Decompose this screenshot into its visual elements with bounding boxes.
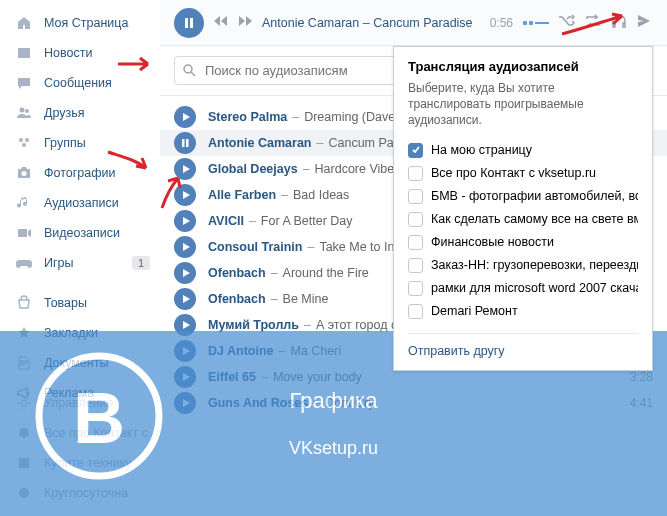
sidebar-item-my-page[interactable]: Моя Страница <box>0 8 160 38</box>
shuffle-icon[interactable] <box>559 14 575 31</box>
popup-title: Трансляция аудиозаписей <box>408 59 638 74</box>
track-play-button[interactable] <box>174 262 196 284</box>
checkbox-icon[interactable] <box>408 258 423 273</box>
option-label: На мою страницу <box>431 143 532 157</box>
track-play-button[interactable] <box>174 392 196 414</box>
broadcast-icon[interactable] <box>637 14 653 31</box>
svg-point-6 <box>21 400 27 406</box>
track-play-button[interactable] <box>174 340 196 362</box>
checkbox-icon[interactable] <box>408 235 423 250</box>
group-icon <box>14 423 34 443</box>
checkbox-icon[interactable] <box>408 143 423 158</box>
option-label: рамки для microsoft word 2007 скачать <box>431 281 638 295</box>
sidebar-item-faded[interactable]: Все про Контакт c <box>0 418 160 448</box>
track-duration: 4:41 <box>630 396 653 410</box>
track-artist: Stereo Palma <box>208 110 287 124</box>
sidebar-item-label: Купите технику <box>44 456 150 470</box>
headphones-icon[interactable] <box>611 14 627 31</box>
checkbox-icon[interactable] <box>408 166 423 181</box>
sidebar-item-faded[interactable]: Купите технику <box>0 448 160 478</box>
sidebar-item-friends[interactable]: Друзья <box>0 98 160 128</box>
group-icon <box>14 453 34 473</box>
games-icon <box>14 253 34 273</box>
gear-icon <box>14 393 34 413</box>
sidebar-item-market[interactable]: Товары <box>0 288 160 318</box>
broadcast-option[interactable]: Demari Ремонт <box>408 300 638 323</box>
track-play-button[interactable] <box>174 184 196 206</box>
svg-point-4 <box>22 143 26 147</box>
track-play-button[interactable] <box>174 288 196 310</box>
checkbox-icon[interactable] <box>408 189 423 204</box>
track-artist: Мумий Тролль <box>208 318 299 332</box>
track-play-button[interactable] <box>174 106 196 128</box>
broadcast-option[interactable]: Заказ-НН: грузоперевозки, переезды, ... <box>408 254 638 277</box>
sidebar-item-label: Документы <box>44 356 150 370</box>
sidebar-item-groups[interactable]: Группы <box>0 128 160 158</box>
sidebar-item-bookmarks[interactable]: Закладки <box>0 318 160 348</box>
svg-point-3 <box>25 138 29 142</box>
sidebar-item-faded[interactable]: Круглосуточна <box>0 478 160 508</box>
track-play-button[interactable] <box>174 132 196 154</box>
sidebar: Моя Страница Новости Сообщения Друзья Гр… <box>0 0 160 516</box>
search-icon <box>182 63 196 80</box>
broadcast-option[interactable]: рамки для microsoft word 2007 скачать <box>408 277 638 300</box>
popup-send-friend-link[interactable]: Отправить другу <box>408 333 638 358</box>
track-artist: Antonie Camaran <box>208 136 312 150</box>
svg-rect-11 <box>190 18 193 28</box>
sidebar-item-photos[interactable]: Фотографии <box>0 158 160 188</box>
sidebar-item-games[interactable]: Игры1 <box>0 248 160 278</box>
checkbox-icon[interactable] <box>408 304 423 319</box>
sidebar-item-label: Все про Контакт c <box>44 426 150 440</box>
track-artist: Guns And Roses <box>208 396 308 410</box>
now-playing-artist: Antonie Camaran <box>262 16 359 30</box>
broadcast-option[interactable]: На мою страницу <box>408 139 638 162</box>
option-label: Заказ-НН: грузоперевозки, переезды, ... <box>431 258 638 272</box>
track-info: Guns And Roses–Dont Cry <box>208 396 630 410</box>
repeat-icon[interactable] <box>585 14 601 31</box>
track-play-button[interactable] <box>174 314 196 336</box>
track-play-button[interactable] <box>174 366 196 388</box>
checkbox-icon[interactable] <box>408 212 423 227</box>
track-row[interactable]: Guns And Roses–Dont Cry4:41 <box>160 390 667 416</box>
broadcast-option[interactable]: Финансовые новости <box>408 231 638 254</box>
checkbox-icon[interactable] <box>408 281 423 296</box>
sidebar-item-manage[interactable]: Управление <box>0 388 160 418</box>
player-time: 0:56 <box>490 16 513 30</box>
friends-icon <box>14 103 34 123</box>
sidebar-item-docs[interactable]: Документы <box>0 348 160 378</box>
broadcast-option[interactable]: БМВ - фотографии автомобилей, все п... <box>408 185 638 208</box>
track-play-button[interactable] <box>174 236 196 258</box>
broadcast-popup: Трансляция аудиозаписей Выберите, куда В… <box>393 46 653 371</box>
sidebar-item-audio[interactable]: Аудиозаписи <box>0 188 160 218</box>
sidebar-item-news[interactable]: Новости <box>0 38 160 68</box>
svg-point-0 <box>20 108 25 113</box>
sidebar-item-video[interactable]: Видеозаписи <box>0 218 160 248</box>
message-icon <box>14 73 34 93</box>
track-title: Dont Cry <box>325 396 374 410</box>
broadcast-option[interactable]: Все про Контакт c vksetup.ru <box>408 162 638 185</box>
track-title: Ma Cheri <box>290 344 341 358</box>
sidebar-item-label: Группы <box>44 136 150 150</box>
sidebar-item-label: Закладки <box>44 326 150 340</box>
scrobble-indicator[interactable] <box>523 21 549 25</box>
svg-point-1 <box>25 109 29 113</box>
sidebar-item-messages[interactable]: Сообщения <box>0 68 160 98</box>
broadcast-option[interactable]: Как сделать самому все на свете вме... <box>408 208 638 231</box>
sidebar-item-label: Новости <box>44 46 150 60</box>
sidebar-item-label: Круглосуточна <box>44 486 150 500</box>
prev-button[interactable] <box>214 15 228 30</box>
track-play-button[interactable] <box>174 210 196 232</box>
sidebar-item-label: Фотографии <box>44 166 150 180</box>
svg-rect-13 <box>182 139 185 147</box>
track-title: Hardcore Vibes <box>315 162 401 176</box>
track-artist: AVICII <box>208 214 244 228</box>
next-button[interactable] <box>238 15 252 30</box>
group-icon <box>14 483 34 503</box>
svg-rect-14 <box>186 139 189 147</box>
track-play-button[interactable] <box>174 158 196 180</box>
sidebar-item-label: Управление <box>44 396 150 410</box>
groups-icon <box>14 133 34 153</box>
track-artist: Eiffel 65 <box>208 370 256 384</box>
now-playing[interactable]: Antonie Camaran – Cancum Paradise <box>262 16 480 30</box>
play-pause-button[interactable] <box>174 8 204 38</box>
